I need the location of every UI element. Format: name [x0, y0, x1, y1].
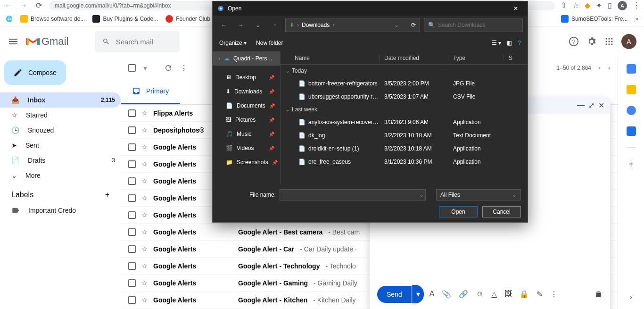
email-checkbox[interactable] — [128, 126, 136, 134]
view-icon[interactable]: ☰ ▾ — [492, 40, 501, 46]
dialog-search[interactable]: 🔍 — [424, 18, 523, 32]
puzzle-icon[interactable]: ✦ — [596, 1, 602, 10]
apps-icon[interactable] — [604, 37, 614, 46]
minimize-icon[interactable]: — — [577, 101, 585, 109]
compose-button[interactable]: Compose — [4, 60, 66, 85]
star-icon[interactable]: ☆ — [141, 245, 148, 253]
star-icon[interactable]: ☆ — [141, 143, 148, 151]
email-checkbox[interactable] — [128, 211, 136, 219]
tree-item[interactable]: 📄 Documents📌 — [213, 99, 280, 113]
close-compose-icon[interactable]: ✕ — [598, 101, 604, 110]
star-icon[interactable]: ☆ — [141, 160, 148, 168]
pen-icon[interactable]: ✎ — [537, 290, 543, 299]
filename-input[interactable] — [280, 189, 426, 200]
tree-item[interactable]: 🖥 Desktop📌 — [213, 70, 280, 84]
format-icon[interactable]: A — [429, 290, 435, 299]
help-dialog-icon[interactable]: ? — [518, 40, 521, 46]
link-icon[interactable]: 🔗 — [459, 290, 468, 299]
new-folder-button[interactable]: New folder — [256, 40, 283, 46]
bookmark-3[interactable]: SumoSEOTools: Fre... — [561, 15, 627, 23]
nav-more[interactable]: ⌄ More — [0, 168, 121, 183]
tree-item-selected[interactable]: ›☁Quadri - Persona — [213, 51, 280, 66]
star-icon[interactable]: ☆ — [572, 1, 579, 10]
keep-icon[interactable] — [627, 85, 636, 94]
attach-icon[interactable]: 📎 — [442, 290, 451, 299]
nav-inbox[interactable]: 📥 Inbox 2,115 — [0, 92, 121, 108]
account-avatar[interactable]: A — [621, 34, 636, 49]
label-item[interactable]: Important Credo — [0, 203, 121, 218]
profile-avatar[interactable]: A — [618, 1, 627, 10]
file-row[interactable]: 📄droidkit-en-setup (1) 3/2/2023 10:18 AM… — [281, 142, 528, 155]
file-row[interactable]: 📄anyfix-ios-system-recovery-... 3/3/2023… — [281, 116, 528, 129]
open-button[interactable]: Open — [439, 206, 478, 217]
gmail-logo[interactable]: Gmail — [26, 35, 68, 48]
bookmark-1[interactable]: Buy Plugins & Code... — [92, 15, 158, 23]
email-checkbox[interactable] — [128, 296, 136, 304]
star-icon[interactable]: ☆ — [141, 109, 148, 117]
nav-recent-icon[interactable]: ⌄ — [251, 18, 264, 32]
nav-snoozed[interactable]: 🕒 Snoozed — [0, 123, 121, 138]
tree-item[interactable]: ⬇ Downloads📌 — [213, 84, 280, 99]
star-icon[interactable]: ☆ — [141, 296, 148, 304]
select-dropdown-icon[interactable]: ▾ — [143, 64, 147, 73]
delete-draft-icon[interactable]: 🗑 — [595, 290, 603, 299]
ext-icon[interactable]: ◆ — [585, 1, 590, 10]
image-icon[interactable]: 🖼 — [504, 290, 512, 299]
file-row[interactable]: 📄dk_log 3/2/2023 10:18 AM Text Document — [281, 129, 528, 142]
file-row[interactable]: 📄bottom-freezer-refrigerators 3/5/2023 2… — [281, 77, 528, 90]
filename-dropdown-icon[interactable]: ⌄ — [419, 192, 424, 198]
send-dropdown-icon[interactable]: ▾ — [412, 285, 424, 303]
bookmark-2[interactable]: Founder Club — [165, 15, 210, 23]
drive-icon[interactable]: △ — [491, 290, 497, 299]
email-checkbox[interactable] — [128, 177, 136, 185]
tree-item[interactable]: 🎬 Videos📌 — [213, 141, 280, 155]
send-button[interactable]: Send — [377, 286, 412, 303]
email-checkbox[interactable] — [128, 109, 136, 117]
email-checkbox[interactable] — [128, 143, 136, 151]
search-input[interactable] — [116, 38, 173, 46]
nav-back-icon[interactable]: ← — [217, 18, 231, 32]
more-compose-icon[interactable]: ⋮ — [550, 290, 558, 299]
email-checkbox[interactable] — [128, 160, 136, 168]
nav-starred[interactable]: ☆ Starred — [0, 108, 121, 123]
star-icon[interactable]: ☆ — [141, 262, 148, 270]
contacts-icon[interactable] — [627, 126, 636, 136]
emoji-icon[interactable]: ☺ — [476, 290, 483, 299]
nav-up-icon[interactable]: ↑ — [268, 18, 281, 32]
email-checkbox[interactable] — [128, 279, 136, 287]
tree-item[interactable]: 📁 Screenshots📌 — [213, 155, 280, 169]
email-checkbox[interactable] — [128, 194, 136, 202]
file-group-header[interactable]: ⌄ Last week — [281, 103, 528, 116]
more-icon[interactable]: ⋮ — [180, 64, 188, 73]
preview-icon[interactable]: ◧ — [507, 40, 512, 46]
close-dialog-icon[interactable]: ✕ — [509, 1, 523, 16]
column-headers[interactable]: Name Date modified Type S — [281, 51, 528, 65]
add-panel-icon[interactable]: + — [628, 159, 634, 170]
calendar-icon[interactable] — [627, 64, 636, 74]
nav-forward-icon[interactable]: → — [234, 18, 248, 32]
email-checkbox[interactable] — [128, 262, 136, 270]
lock-icon[interactable]: 🔒 — [520, 290, 529, 299]
email-checkbox[interactable] — [128, 245, 136, 253]
menu-icon[interactable] — [8, 36, 19, 47]
nav-sent[interactable]: ➤ Sent — [0, 138, 121, 153]
reload-icon[interactable]: ⟳ — [34, 1, 43, 10]
star-icon[interactable]: ☆ — [141, 211, 148, 219]
bookmark-overflow-icon[interactable]: » — [635, 16, 638, 22]
help-icon[interactable]: ? — [569, 36, 579, 47]
star-icon[interactable]: ☆ — [141, 228, 148, 236]
share-icon[interactable]: ⇧ — [561, 1, 567, 10]
bookmark-globe[interactable]: 🌐 — [6, 16, 13, 22]
next-page-icon[interactable]: › — [608, 65, 610, 71]
bookmark-0[interactable]: Browse software de... — [20, 15, 85, 23]
tab-primary[interactable]: Primary — [121, 79, 180, 104]
email-checkbox[interactable] — [128, 228, 136, 236]
tree-item[interactable]: 🎵 Music📌 — [213, 127, 280, 141]
add-label-icon[interactable]: + — [105, 191, 109, 199]
file-filter[interactable]: All Files⌄ — [436, 189, 521, 200]
path-dropdown-icon[interactable]: ⌄ — [394, 22, 399, 28]
tab-icon[interactable]: ▯ — [608, 1, 612, 10]
collapse-panel-icon[interactable]: › — [630, 293, 632, 301]
nav-drafts[interactable]: 📄 Drafts 3 — [0, 153, 121, 168]
file-row[interactable]: 📄ubersuggest opportunity ref... 3/5/2023… — [281, 90, 528, 103]
